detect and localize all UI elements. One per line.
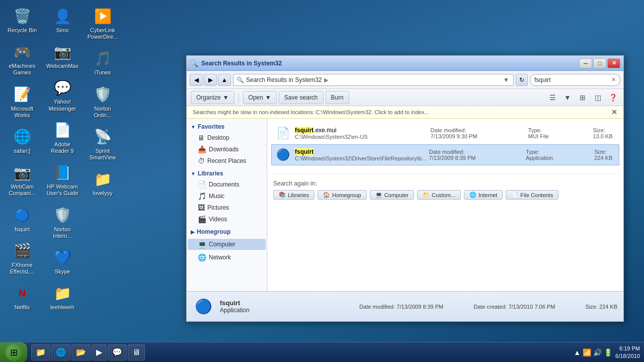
desktop-icon-emachines[interactable]: 🎮 eMachines Games xyxy=(4,40,40,78)
up-button[interactable]: ▲ xyxy=(218,74,231,86)
webcam-compani-icon: 📷 xyxy=(12,162,32,183)
forward-button[interactable]: ▶ xyxy=(204,74,217,86)
organize-dropdown-icon: ▼ xyxy=(223,94,229,101)
nav-item-desktop[interactable]: 🖥 Desktop xyxy=(188,132,266,143)
file-item-fsquirt-mui[interactable]: 📄 fsquirt.exe.mui C:\Windows\System32\en… xyxy=(271,123,619,144)
file-date-2: Date modified: 7/13/2009 8:39 PM xyxy=(429,149,486,161)
desktop-icon-yahoo[interactable]: 💬 Yahoo! Messenger xyxy=(44,75,80,114)
search-box[interactable]: fsquirt ✕ xyxy=(530,74,620,86)
desktop-icon-ms-works[interactable]: 📝 Microsoft Works xyxy=(4,82,40,121)
nav-item-recent-places[interactable]: ⏱ Recent Places xyxy=(188,155,266,166)
view-preview-button[interactable]: ◫ xyxy=(591,91,604,104)
desktop-icon-sims[interactable]: 👤 Sims xyxy=(44,4,80,36)
nav-section-computer: 💻 Computer xyxy=(187,239,267,250)
nav-desktop-icon: 🖥 xyxy=(198,134,205,142)
file-contents-again-icon: 📄 xyxy=(511,192,518,198)
nav-item-network[interactable]: 🌐 Network xyxy=(188,252,266,263)
search-again-libraries[interactable]: 📚 Libraries xyxy=(273,190,314,200)
taskbar-item-folder[interactable]: 📂 xyxy=(71,344,91,360)
taskbar-item-media[interactable]: ▶ xyxy=(92,344,107,360)
view-dropdown-button[interactable]: ▼ xyxy=(561,91,574,104)
maximize-button[interactable]: □ xyxy=(593,58,606,68)
favorites-label: Favorites xyxy=(198,123,224,130)
desktop-icon-adobe[interactable]: 📄 Adobe Reader 9 xyxy=(44,118,80,156)
search-again-custom[interactable]: 📁 Custom... xyxy=(417,190,461,200)
file-item-fsquirt[interactable]: 🔵 fsquirt C:\Windows\System32\DriverStor… xyxy=(271,144,619,165)
lovelyyy-label: lovelyyy xyxy=(93,190,112,197)
nav-libraries-header[interactable]: ▼ Libraries xyxy=(187,168,267,178)
help-button[interactable]: ❓ xyxy=(606,91,619,104)
nav-item-music[interactable]: 🎵 Music xyxy=(188,191,266,202)
window-controls: ─ □ ✕ xyxy=(579,58,620,68)
view-list-button[interactable]: ☰ xyxy=(546,91,559,104)
nav-homegroup-header[interactable]: ▶ Homegroup xyxy=(187,227,267,237)
file-path-2: C:\Windows\System32\DriverStore\FileRepo… xyxy=(295,155,429,161)
desktop-icon-lovelyyy[interactable]: 📁 lovelyyy xyxy=(85,167,121,199)
desktop-icon-hp-webcam[interactable]: 📘 HP Webcam User's Guide xyxy=(44,160,80,199)
info-bar-close-button[interactable]: ✕ xyxy=(611,108,617,116)
sims-icon: 👤 xyxy=(52,6,72,26)
taskbar-item-skype[interactable]: 💬 xyxy=(108,344,127,360)
taskbar-item-unknown[interactable]: 🖥 xyxy=(128,344,145,360)
nav-desktop-label: Desktop xyxy=(207,134,229,141)
info-bar-text: Searches might be slow in non-indexed lo… xyxy=(193,109,429,115)
nav-item-pictures[interactable]: 🖼 Pictures xyxy=(188,202,266,213)
nav-item-documents[interactable]: 📄 Documents xyxy=(188,179,266,190)
desktop-icon-safari[interactable]: 🌐 safari;[ xyxy=(4,125,40,156)
save-search-button[interactable]: Save search xyxy=(279,91,324,104)
desktop-icon-webcam-compani[interactable]: 📷 WebCam Compani... xyxy=(4,160,40,199)
start-button[interactable]: ⊞ xyxy=(0,342,27,363)
open-button[interactable]: Open ▼ xyxy=(243,91,277,104)
file-size-label-1: Size: xyxy=(593,127,605,133)
search-again-computer[interactable]: 💻 Computer xyxy=(370,190,414,200)
desktop-icon-cyberlink[interactable]: ▶️ CyberLink PowerDire... xyxy=(85,4,121,42)
file-size-label-2: Size: xyxy=(594,149,606,155)
desktop-icon-skype[interactable]: 💙 Skype xyxy=(44,245,80,277)
refresh-button[interactable]: ↻ xyxy=(516,74,528,86)
burn-label: Burn xyxy=(331,94,344,101)
search-input[interactable]: fsquirt xyxy=(534,76,609,83)
address-icon: 🔍 xyxy=(236,76,244,83)
search-again-homegroup[interactable]: 🏠 Homegroup xyxy=(317,190,366,200)
desktop-icon-fxhome[interactable]: 🎬 FXhome EffectsL... xyxy=(4,239,40,277)
search-again-bar: Search again in: 📚 Libraries 🏠 Homegroup… xyxy=(271,173,619,204)
search-again-internet[interactable]: 🌐 Internet xyxy=(464,190,503,200)
close-button[interactable]: ✕ xyxy=(607,58,620,68)
search-again-file-contents[interactable]: 📄 File Contents xyxy=(506,190,558,200)
organize-button[interactable]: Organize ▼ xyxy=(191,91,234,104)
back-button[interactable]: ◀ xyxy=(190,74,203,86)
toolbar: Organize ▼ Open ▼ Save search Burn ☰ ▼ ⊞… xyxy=(187,89,623,106)
desktop-icon-webcammax[interactable]: 📷 WebcamMax xyxy=(44,40,80,71)
burn-button[interactable]: Burn xyxy=(326,91,349,104)
file-meta-1: Date modified: 7/13/2009 9:30 PM Type: M… xyxy=(431,127,616,139)
nav-buttons: ◀ ▶ ▲ xyxy=(190,74,231,86)
file-item-info-2: fsquirt C:\Windows\System32\DriverStore\… xyxy=(295,148,616,161)
desktop-icon-fsquirt[interactable]: 🔵 fsquirt xyxy=(4,203,40,235)
desktop-icon-sprint[interactable]: 📡 Sprint SmartView xyxy=(85,125,121,163)
nav-item-computer[interactable]: 💻 Computer xyxy=(188,239,266,250)
view-details-button[interactable]: ⊞ xyxy=(576,91,589,104)
taskbar-item-explorer[interactable]: 📁 xyxy=(31,344,50,360)
desktop-icon-leehleeeh[interactable]: 📁 leehleeeh xyxy=(44,281,80,313)
status-date-created-label: Date created: xyxy=(473,304,507,310)
nav-item-downloads[interactable]: 📥 Downloads xyxy=(188,144,266,155)
nav-item-videos[interactable]: 🎬 Videos xyxy=(188,214,266,225)
minimize-button[interactable]: ─ xyxy=(579,58,592,68)
fxhome-icon: 🎬 xyxy=(12,241,32,261)
address-dropdown-button[interactable]: ▼ xyxy=(502,76,510,83)
desktop-icon-itunes[interactable]: 🎵 iTunes xyxy=(85,46,121,78)
desktop-icon-netflix[interactable]: N Netflix xyxy=(4,281,40,313)
hp-webcam-icon: 📘 xyxy=(52,162,72,183)
file-type-2: Type: Application xyxy=(526,149,554,161)
desktop-icon-norton-online[interactable]: 🛡️ Norton Onlin... xyxy=(85,82,121,121)
search-clear-button[interactable]: ✕ xyxy=(611,76,616,83)
taskbar-item-ie[interactable]: 🌐 xyxy=(51,344,70,360)
sprint-label: Sprint SmartView xyxy=(87,148,119,161)
desktop-icon-norton[interactable]: 🛡️ Norton Intern... xyxy=(44,203,80,241)
desktop-icon-recycle-bin[interactable]: 🗑️ Recycle Bin xyxy=(4,4,40,36)
nav-videos-icon: 🎬 xyxy=(198,215,206,223)
address-bar[interactable]: 🔍 Search Results in System32 ▶ ▼ xyxy=(233,74,514,86)
tray-icon-1: ▲ xyxy=(574,348,581,356)
custom-again-label: Custom... xyxy=(432,192,455,198)
nav-favorites-header[interactable]: ▼ Favorites xyxy=(187,122,267,132)
